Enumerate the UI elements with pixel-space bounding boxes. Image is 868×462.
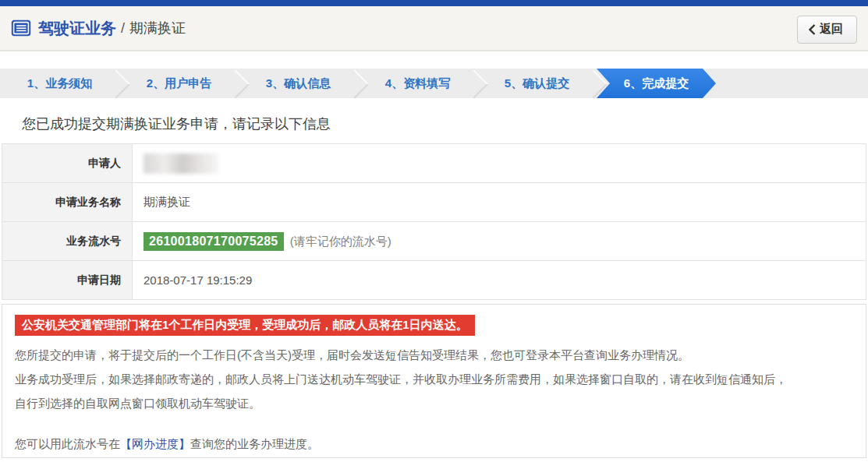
redacted-name [143,153,218,174]
table-row-service-name: 申请业务名称 期满换证 [2,183,866,222]
service-name-value: 期满换证 [133,183,866,222]
notice-line-3: 自行到选择的自取网点窗口领取机动车驾驶证。 [15,391,853,415]
chevron-left-icon [809,24,816,35]
applicant-value [133,144,866,183]
step-tab-1[interactable]: 1、业务须知 [0,69,119,98]
application-info-table: 申请人 申请业务名称 期满换证 业务流水号 261001807170075285… [2,143,866,300]
notice-panel: 公安机关交通管理部门将在1个工作日内受理，受理成功后，邮政人员将在1日内送达。 … [2,304,866,458]
progress-query-prefix: 您可以用此流水号在 [15,437,120,450]
step-tab-2[interactable]: 2、用户申告 [119,69,239,98]
step-wizard-bar: 1、业务须知 2、用户申告 3、确认信息 4、资料填写 5、确认提交 6、完成提… [0,69,868,98]
step-tab-3[interactable]: 3、确认信息 [239,69,358,98]
step-bar-filler [716,69,868,98]
notice-line-2: 业务成功受理后，如果选择邮政寄递的，邮政人员将上门送达机动车驾驶证，并收取办理业… [15,367,853,391]
table-row-applicant: 申请人 [2,144,866,183]
serial-number-value: 261001807170075285 (请牢记你的流水号) [133,222,866,261]
breadcrumb-current-service: 期满换证 [129,19,186,37]
table-row-apply-date: 申请日期 2018-07-17 19:15:29 [2,261,866,300]
notice-line-1: 您所提交的申请，将于提交后的一个工作日(不含当天)受理，届时会发送短信告知受理结… [15,343,853,367]
success-message: 您已成功提交期满换证业务申请，请记录以下信息 [22,115,868,133]
service-name-label: 申请业务名称 [2,183,133,222]
table-row-serial-number: 业务流水号 261001807170075285 (请牢记你的流水号) [2,222,866,261]
step-tab-4[interactable]: 4、资料填写 [358,69,477,98]
progress-query-line: 您可以用此流水号在【网办进度】查询您的业务办理进度。 [15,432,853,456]
page-header: 驾驶证业务 / 期满换证 返回 [0,6,868,51]
step-tab-5[interactable]: 5、确认提交 [477,69,597,98]
serial-number-label: 业务流水号 [2,222,133,261]
serial-number-badge: 261001807170075285 [143,232,284,251]
step-tab-6-active[interactable]: 6、完成提交 [597,69,716,98]
serial-number-hint: (请牢记你的流水号) [290,235,391,248]
progress-query-link[interactable]: 【网办进度】 [120,437,190,450]
applicant-label: 申请人 [2,144,133,183]
top-accent-bar [0,0,868,6]
breadcrumb-separator: / [121,20,125,37]
list-icon [11,19,31,37]
back-button-label: 返回 [820,22,843,37]
breadcrumb-service-category: 驾驶证业务 [38,18,116,39]
progress-query-suffix: 查询您的业务办理进度。 [190,437,319,450]
processing-alert-banner: 公安机关交通管理部门将在1个工作日内受理，受理成功后，邮政人员将在1日内送达。 [15,315,475,336]
back-button[interactable]: 返回 [797,16,857,44]
apply-date-label: 申请日期 [2,261,133,300]
apply-date-value: 2018-07-17 19:15:29 [133,261,866,300]
